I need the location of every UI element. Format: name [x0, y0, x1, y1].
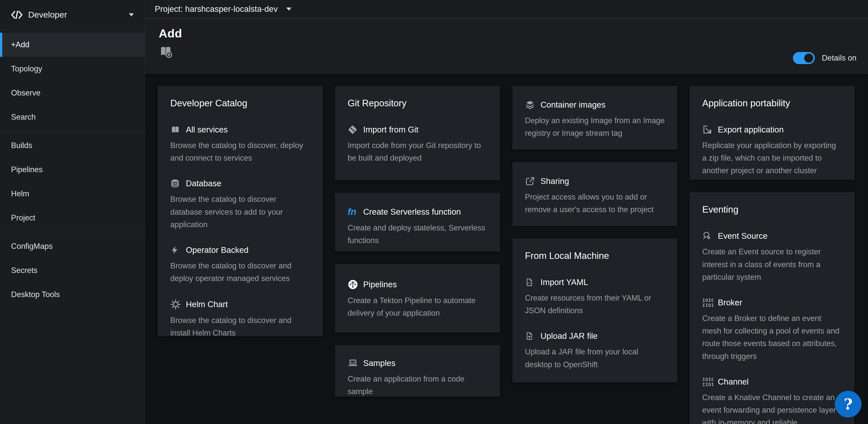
- broker-icon: IOIOIIOII: [702, 298, 713, 308]
- item-description: Create resources from their YAML or JSON…: [525, 292, 665, 317]
- item-description: Create an Event source to register inter…: [702, 246, 842, 283]
- item-description: Create and deploy stateless, Serverless …: [348, 222, 488, 247]
- item-description: Project access allows you to add or remo…: [525, 191, 665, 216]
- sidebar-nav: +Add Topology Observe Search Builds Pipe…: [0, 30, 145, 307]
- card-container-images: Container images Deploy an existing Imag…: [513, 86, 677, 149]
- item-import-from-git[interactable]: Import from Git Import code from your Gi…: [348, 125, 488, 164]
- item-description: Import code from your Git repository to …: [348, 139, 488, 164]
- item-title: Helm Chart: [186, 300, 228, 309]
- project-selector-label: Project: harshcasper-localsta-dev: [155, 4, 278, 14]
- item-database[interactable]: Database Browse the catalog to discover …: [170, 178, 310, 231]
- sidebar-item-builds[interactable]: Builds: [0, 134, 145, 158]
- sidebar-item-secrets[interactable]: Secrets: [0, 258, 145, 283]
- item-description: Replicate your application by exporting …: [702, 139, 842, 177]
- sidebar-item-configmaps[interactable]: ConfigMaps: [0, 234, 145, 258]
- item-title: Export application: [718, 125, 784, 135]
- card-samples: Samples Create an application from a cod…: [335, 345, 500, 397]
- upload-file-icon: [525, 331, 536, 341]
- item-description: Create a Broker to define an event mesh …: [702, 312, 842, 363]
- item-title: Container images: [540, 100, 606, 110]
- event-source-icon: [702, 231, 713, 241]
- item-title: Operator Backed: [186, 245, 248, 255]
- database-icon: [170, 178, 181, 189]
- page-header: Add Details on: [145, 18, 868, 74]
- tekton-pipelines-icon: [348, 279, 359, 290]
- item-samples[interactable]: Samples Create an application from a cod…: [348, 358, 488, 397]
- item-event-source[interactable]: Event Source Create an Event source to r…: [702, 231, 842, 283]
- card-serverless-function: fn Create Serverless function Create and…: [335, 193, 500, 252]
- perspective-switcher[interactable]: Developer: [0, 0, 145, 30]
- item-broker[interactable]: IOIOIIOII Broker Create a Broker to defi…: [702, 298, 842, 363]
- channel-icon: IOIOIIOII: [702, 377, 713, 387]
- catalog-plus-icon[interactable]: [159, 44, 173, 58]
- item-all-services[interactable]: All services Browse the catalog to disco…: [170, 125, 310, 164]
- item-export-application[interactable]: Export application Replicate your applic…: [702, 125, 842, 177]
- main-column: Project: harshcasper-localsta-dev Add De…: [145, 0, 868, 424]
- sidebar: Developer +Add Topology Observe Search B…: [0, 0, 145, 424]
- item-helm-chart[interactable]: Helm Chart Browse the catalog to discove…: [170, 299, 310, 336]
- project-selector[interactable]: Project: harshcasper-localsta-dev: [145, 0, 868, 18]
- laptop-code-icon: [348, 358, 359, 368]
- item-create-serverless-function[interactable]: fn Create Serverless function Create and…: [348, 206, 488, 247]
- grid-column-3: Container images Deploy an existing Imag…: [513, 86, 677, 424]
- sidebar-item-pipelines[interactable]: Pipelines: [0, 158, 145, 182]
- details-toggle-knob: [804, 54, 813, 63]
- item-import-yaml[interactable]: Import YAML Create resources from their …: [525, 277, 665, 317]
- page-title: Add: [159, 26, 857, 40]
- sidebar-item-add[interactable]: +Add: [0, 33, 145, 57]
- item-title: Import YAML: [540, 278, 588, 287]
- card-git-repository: Git Repository Import from Git Import co…: [335, 86, 500, 180]
- code-icon: [11, 10, 23, 19]
- item-title: All services: [186, 125, 228, 135]
- card-application-portability: Application portability Export applicati…: [690, 86, 855, 180]
- card-title: Developer Catalog: [170, 98, 310, 109]
- item-description: Create an application from a code sample: [348, 373, 488, 397]
- chevron-down-icon: [129, 13, 134, 16]
- item-upload-jar-file[interactable]: Upload JAR file Upload a JAR file from y…: [525, 331, 665, 371]
- item-title: Sharing: [540, 176, 569, 186]
- details-toggle-group: Details on: [793, 52, 857, 64]
- share-icon: [525, 176, 536, 186]
- item-description: Browse the catalog to discover database …: [170, 193, 310, 231]
- fn-icon: fn: [348, 206, 359, 217]
- chevron-down-icon: [286, 7, 291, 10]
- yaml-file-icon: [525, 277, 536, 287]
- sidebar-divider: [0, 131, 145, 132]
- svg-text:IOIO: IOIO: [702, 298, 713, 303]
- item-pipelines[interactable]: Pipelines Create a Tekton Pipeline to au…: [348, 279, 488, 319]
- item-title: Upload JAR file: [540, 331, 597, 341]
- card-eventing: Eventing Event Source Create an Event so…: [690, 192, 855, 424]
- grid-column-4: Application portability Export applicati…: [690, 86, 855, 424]
- git-icon: [348, 125, 359, 135]
- sidebar-item-observe[interactable]: Observe: [0, 81, 145, 105]
- sidebar-item-search[interactable]: Search: [0, 105, 145, 129]
- item-title: Event Source: [718, 231, 768, 241]
- details-toggle[interactable]: [793, 52, 815, 64]
- item-title: Channel: [718, 377, 749, 387]
- item-title: Samples: [363, 359, 395, 368]
- svg-text:IIOII: IIOII: [702, 303, 713, 308]
- sidebar-item-topology[interactable]: Topology: [0, 57, 145, 81]
- help-button[interactable]: ?: [835, 391, 862, 418]
- item-title: Pipelines: [363, 280, 397, 289]
- item-title: Database: [186, 179, 221, 188]
- item-operator-backed[interactable]: Operator Backed Browse the catalog to di…: [170, 245, 310, 285]
- helm-icon: [170, 299, 181, 310]
- card-title: Application portability: [702, 98, 842, 109]
- card-title: From Local Machine: [525, 251, 665, 261]
- export-icon: [702, 125, 713, 135]
- sidebar-item-helm[interactable]: Helm: [0, 182, 145, 206]
- grid-column-1: Developer Catalog All services Browse th…: [158, 86, 323, 424]
- item-description: Deploy an existing Image from an Image r…: [525, 114, 665, 140]
- grid-column-2: Git Repository Import from Git Import co…: [335, 86, 500, 424]
- item-sharing[interactable]: Sharing Project access allows you to add…: [525, 176, 665, 216]
- svg-text:IIOII: IIOII: [702, 382, 713, 387]
- card-from-local-machine: From Local Machine Import YAML Create re…: [513, 238, 677, 383]
- item-description: Browse the catalog to discover and deplo…: [170, 260, 310, 285]
- sidebar-item-desktop-tools[interactable]: Desktop Tools: [0, 283, 145, 307]
- layers-icon: [525, 100, 536, 110]
- sidebar-item-project[interactable]: Project: [0, 206, 145, 230]
- item-channel[interactable]: IOIOIIOII Channel Create a Knative Chann…: [702, 377, 842, 424]
- item-title: Create Serverless function: [363, 207, 461, 217]
- item-container-images[interactable]: Container images Deploy an existing Imag…: [525, 100, 665, 140]
